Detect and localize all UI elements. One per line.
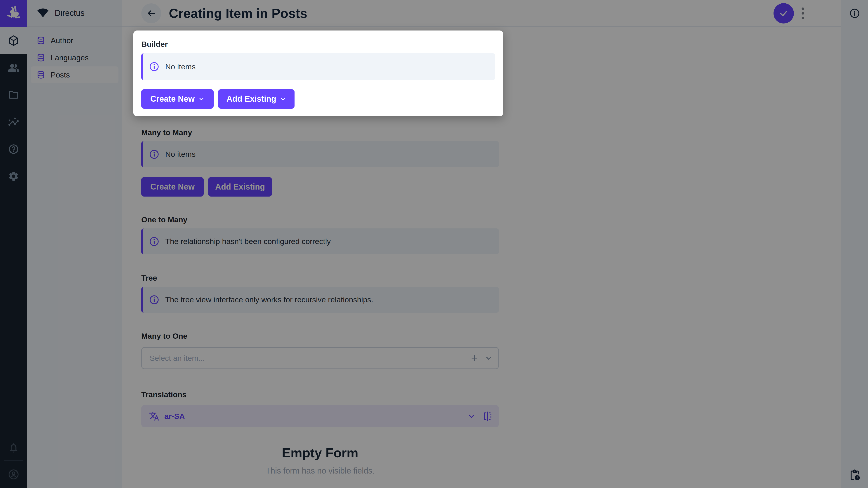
field-label: Builder [141,39,495,48]
button-label: Add Existing [226,94,276,104]
builder-actions: Create New Add Existing [141,89,495,109]
chevron-down-icon [280,96,286,102]
builder-field-card: Builder No items Create New Add Existing [133,31,503,116]
info-icon [149,61,159,72]
builder-add-existing-button[interactable]: Add Existing [218,89,294,109]
chevron-down-icon [198,96,205,102]
button-label: Create New [150,94,195,104]
builder-notice: No items [141,53,495,80]
builder-create-new-button[interactable]: Create New [141,89,214,109]
notice-text: No items [165,62,195,71]
